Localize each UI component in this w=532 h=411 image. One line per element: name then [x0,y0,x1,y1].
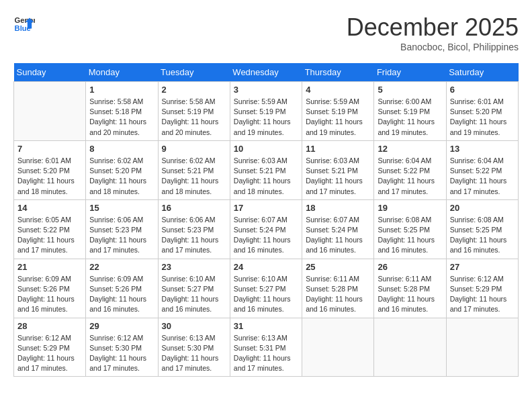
calendar-header: SundayMondayTuesdayWednesdayThursdayFrid… [14,63,519,82]
day-info: Sunrise: 6:01 AM Sunset: 5:20 PM Dayligh… [17,156,82,197]
header-day-friday: Friday [374,63,446,82]
day-info: Sunrise: 5:59 AM Sunset: 5:19 PM Dayligh… [234,97,298,138]
day-info: Sunrise: 6:08 AM Sunset: 5:25 PM Dayligh… [450,215,515,256]
day-info: Sunrise: 6:12 AM Sunset: 5:29 PM Dayligh… [450,274,515,315]
day-cell: 21Sunrise: 6:09 AM Sunset: 5:26 PM Dayli… [14,259,86,318]
calendar-body: 1Sunrise: 5:58 AM Sunset: 5:18 PM Daylig… [14,82,519,377]
day-cell: 7Sunrise: 6:01 AM Sunset: 5:20 PM Daylig… [14,140,86,199]
day-number: 1 [89,85,154,95]
day-cell: 30Sunrise: 6:13 AM Sunset: 5:30 PM Dayli… [158,318,230,377]
day-cell: 20Sunrise: 6:08 AM Sunset: 5:25 PM Dayli… [446,199,518,259]
day-cell: 1Sunrise: 5:58 AM Sunset: 5:18 PM Daylig… [86,82,158,141]
day-number: 6 [450,85,515,95]
day-info: Sunrise: 6:10 AM Sunset: 5:27 PM Dayligh… [162,274,226,315]
week-row-2: 7Sunrise: 6:01 AM Sunset: 5:20 PM Daylig… [14,140,519,199]
day-info: Sunrise: 6:11 AM Sunset: 5:28 PM Dayligh… [306,274,370,315]
day-cell [374,318,446,377]
day-cell: 4Sunrise: 5:59 AM Sunset: 5:19 PM Daylig… [302,82,374,141]
day-number: 21 [17,262,82,272]
day-info: Sunrise: 6:12 AM Sunset: 5:30 PM Dayligh… [89,333,154,374]
week-row-1: 1Sunrise: 5:58 AM Sunset: 5:18 PM Daylig… [14,82,519,141]
day-info: Sunrise: 6:11 AM Sunset: 5:28 PM Dayligh… [378,274,442,315]
day-number: 13 [450,144,515,154]
day-cell: 28Sunrise: 6:12 AM Sunset: 5:29 PM Dayli… [14,318,86,377]
day-number: 17 [234,203,298,213]
day-cell [302,318,374,377]
day-info: Sunrise: 6:13 AM Sunset: 5:30 PM Dayligh… [162,333,226,374]
day-cell: 8Sunrise: 6:02 AM Sunset: 5:20 PM Daylig… [86,140,158,199]
day-number: 5 [378,85,442,95]
header-day-thursday: Thursday [302,63,374,82]
day-info: Sunrise: 6:10 AM Sunset: 5:27 PM Dayligh… [234,274,298,315]
day-number: 4 [306,85,370,95]
day-cell: 16Sunrise: 6:06 AM Sunset: 5:23 PM Dayli… [158,199,230,259]
day-info: Sunrise: 5:59 AM Sunset: 5:19 PM Dayligh… [306,97,370,138]
day-number: 26 [378,262,442,272]
day-number: 2 [162,85,226,95]
header-day-monday: Monday [86,63,158,82]
day-number: 30 [162,321,226,331]
day-info: Sunrise: 6:09 AM Sunset: 5:26 PM Dayligh… [17,274,82,315]
location: Banocboc, Bicol, Philippines [347,42,519,52]
day-cell: 9Sunrise: 6:02 AM Sunset: 5:21 PM Daylig… [158,140,230,199]
title-block: December 2025 Banocboc, Bicol, Philippin… [347,13,519,52]
day-cell: 13Sunrise: 6:04 AM Sunset: 5:22 PM Dayli… [446,140,518,199]
day-number: 8 [89,144,154,154]
header-day-saturday: Saturday [446,63,518,82]
day-number: 31 [234,321,298,331]
day-number: 15 [89,203,154,213]
week-row-5: 28Sunrise: 6:12 AM Sunset: 5:29 PM Dayli… [14,318,519,377]
day-info: Sunrise: 6:03 AM Sunset: 5:21 PM Dayligh… [306,156,370,197]
day-info: Sunrise: 5:58 AM Sunset: 5:18 PM Dayligh… [89,97,154,138]
day-number: 28 [17,321,82,331]
day-number: 20 [450,203,515,213]
day-cell: 5Sunrise: 6:00 AM Sunset: 5:19 PM Daylig… [374,82,446,141]
day-info: Sunrise: 6:12 AM Sunset: 5:29 PM Dayligh… [17,333,82,374]
header-day-sunday: Sunday [14,63,86,82]
day-number: 25 [306,262,370,272]
header-day-wednesday: Wednesday [230,63,302,82]
day-cell: 22Sunrise: 6:09 AM Sunset: 5:26 PM Dayli… [86,259,158,318]
day-cell: 31Sunrise: 6:13 AM Sunset: 5:31 PM Dayli… [230,318,302,377]
day-info: Sunrise: 5:58 AM Sunset: 5:19 PM Dayligh… [162,97,226,138]
day-cell [446,318,518,377]
day-info: Sunrise: 6:08 AM Sunset: 5:25 PM Dayligh… [378,215,442,256]
day-number: 24 [234,262,298,272]
day-info: Sunrise: 6:04 AM Sunset: 5:22 PM Dayligh… [450,156,515,197]
day-info: Sunrise: 6:09 AM Sunset: 5:26 PM Dayligh… [89,274,154,315]
day-info: Sunrise: 6:04 AM Sunset: 5:22 PM Dayligh… [378,156,442,197]
day-cell [14,82,86,141]
day-cell: 11Sunrise: 6:03 AM Sunset: 5:21 PM Dayli… [302,140,374,199]
logo-icon: General Blue [13,13,35,35]
day-cell: 25Sunrise: 6:11 AM Sunset: 5:28 PM Dayli… [302,259,374,318]
day-number: 10 [234,144,298,154]
day-info: Sunrise: 6:13 AM Sunset: 5:31 PM Dayligh… [234,333,298,374]
day-info: Sunrise: 6:03 AM Sunset: 5:21 PM Dayligh… [234,156,298,197]
day-number: 18 [306,203,370,213]
day-cell: 18Sunrise: 6:07 AM Sunset: 5:24 PM Dayli… [302,199,374,259]
day-cell: 12Sunrise: 6:04 AM Sunset: 5:22 PM Dayli… [374,140,446,199]
day-number: 16 [162,203,226,213]
day-cell: 10Sunrise: 6:03 AM Sunset: 5:21 PM Dayli… [230,140,302,199]
day-number: 11 [306,144,370,154]
week-row-4: 21Sunrise: 6:09 AM Sunset: 5:26 PM Dayli… [14,259,519,318]
day-number: 3 [234,85,298,95]
day-number: 23 [162,262,226,272]
day-cell: 26Sunrise: 6:11 AM Sunset: 5:28 PM Dayli… [374,259,446,318]
day-cell: 19Sunrise: 6:08 AM Sunset: 5:25 PM Dayli… [374,199,446,259]
day-number: 14 [17,203,82,213]
day-info: Sunrise: 6:00 AM Sunset: 5:19 PM Dayligh… [378,97,442,138]
page-header: General Blue December 2025 Banocboc, Bic… [13,13,519,52]
calendar-table: SundayMondayTuesdayWednesdayThursdayFrid… [13,63,519,377]
header-row: SundayMondayTuesdayWednesdayThursdayFrid… [14,63,519,82]
day-info: Sunrise: 6:07 AM Sunset: 5:24 PM Dayligh… [234,215,298,256]
day-cell: 2Sunrise: 5:58 AM Sunset: 5:19 PM Daylig… [158,82,230,141]
day-number: 19 [378,203,442,213]
day-number: 12 [378,144,442,154]
month-title: December 2025 [347,13,519,42]
week-row-3: 14Sunrise: 6:05 AM Sunset: 5:22 PM Dayli… [14,199,519,259]
day-cell: 3Sunrise: 5:59 AM Sunset: 5:19 PM Daylig… [230,82,302,141]
day-info: Sunrise: 6:02 AM Sunset: 5:21 PM Dayligh… [162,156,226,197]
day-cell: 14Sunrise: 6:05 AM Sunset: 5:22 PM Dayli… [14,199,86,259]
day-info: Sunrise: 6:05 AM Sunset: 5:22 PM Dayligh… [17,215,82,256]
